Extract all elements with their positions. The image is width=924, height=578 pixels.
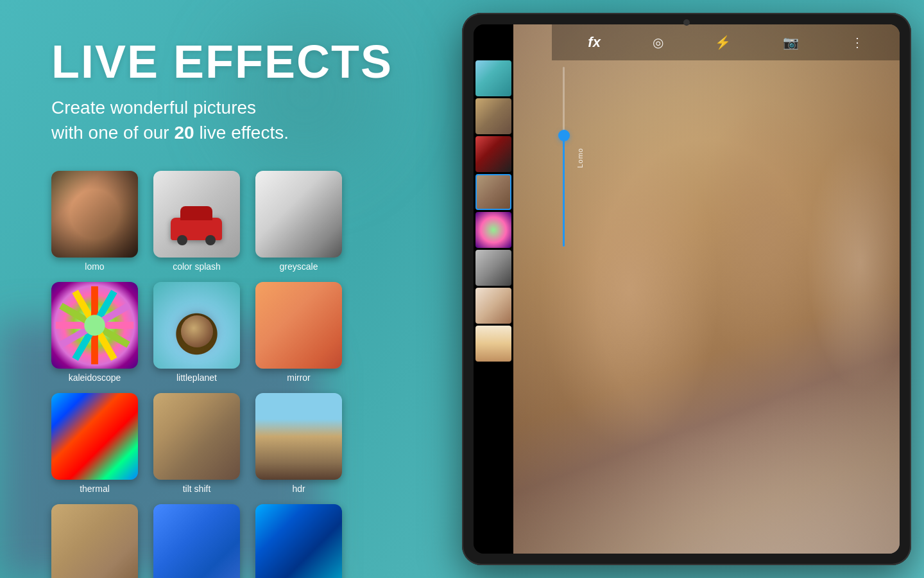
- effect-item-kaleidoscope[interactable]: kaleidoscope: [51, 282, 138, 383]
- effect-label-littleplanet: littleplanet: [176, 372, 217, 383]
- svg-point-12: [84, 315, 105, 336]
- camera-toolbar: fx ◎ ⚡ 📷 ⋮: [552, 24, 900, 60]
- tablet-device: fx ◎ ⚡ 📷 ⋮ Lomo: [462, 13, 911, 565]
- effect-thumbnail-negative: [255, 504, 342, 578]
- sidebar-thumb-0[interactable]: [475, 60, 511, 96]
- effect-label-tilt-shift: tilt shift: [183, 484, 211, 494]
- sidebar-thumb-4[interactable]: [475, 212, 511, 248]
- subtitle-text: Create wonderful pictures with one of ou…: [51, 95, 449, 145]
- effect-thumbnail-mirror: [255, 282, 342, 369]
- effect-item-negative[interactable]: negative: [255, 504, 342, 578]
- tablet-screen: fx ◎ ⚡ 📷 ⋮ Lomo: [474, 24, 900, 554]
- effects-icon[interactable]: ◎: [653, 35, 663, 50]
- effect-thumbnail-hdr: [255, 393, 342, 480]
- sidebar-thumb-2[interactable]: [475, 136, 511, 172]
- sidebar-thumbnails[interactable]: [474, 24, 513, 554]
- camera-preview: fx ◎ ⚡ 📷 ⋮ Lomo: [513, 24, 900, 554]
- slider-effect-label: Lomo: [576, 148, 584, 168]
- effect-thumbnail-tilt-shift: [153, 393, 240, 480]
- sidebar-thumb-5[interactable]: [475, 250, 511, 286]
- effect-item-tilt-shift[interactable]: tilt shift: [153, 393, 240, 494]
- effect-thumbnail-kaleidoscope: [51, 282, 138, 369]
- effect-item-mirror[interactable]: mirror: [255, 282, 342, 383]
- effects-grid: lomocolor splashgreyscalekaleidoscopelit…: [51, 171, 449, 578]
- effect-thumbnail-sepia: [51, 504, 138, 578]
- effect-item-color-splash[interactable]: color splash: [153, 171, 240, 272]
- effect-item-smurf[interactable]: smurf: [153, 504, 240, 578]
- effect-thumbnail-lomo: [51, 171, 138, 258]
- effect-item-littleplanet[interactable]: littleplanet: [153, 282, 240, 383]
- effect-thumbnail-smurf: [153, 504, 240, 578]
- effect-item-hdr[interactable]: hdr: [255, 393, 342, 494]
- sidebar-thumb-6[interactable]: [475, 288, 511, 324]
- effect-item-greyscale[interactable]: greyscale: [255, 171, 342, 272]
- camera-switch-icon[interactable]: 📷: [783, 35, 799, 50]
- effect-item-sepia[interactable]: sepia: [51, 504, 138, 578]
- effect-label-color-splash: color splash: [173, 261, 221, 272]
- tablet-frame: fx ◎ ⚡ 📷 ⋮ Lomo: [462, 13, 911, 565]
- slider-fill: [563, 139, 565, 247]
- effect-label-thermal: thermal: [80, 484, 110, 494]
- effect-item-lomo[interactable]: lomo: [51, 171, 138, 272]
- effect-label-lomo: lomo: [85, 261, 104, 272]
- left-content-area: LIVE EFFECTS Create wonderful pictures w…: [51, 39, 449, 578]
- effect-thumbnail-thermal: [51, 393, 138, 480]
- effect-label-mirror: mirror: [287, 372, 311, 383]
- page-title: LIVE EFFECTS: [51, 39, 449, 85]
- effect-item-thermal[interactable]: thermal: [51, 393, 138, 494]
- fx-button[interactable]: fx: [588, 34, 601, 51]
- more-options-icon[interactable]: ⋮: [851, 35, 864, 50]
- sidebar-thumb-1[interactable]: [475, 98, 511, 134]
- sidebar-thumb-7[interactable]: [475, 326, 511, 362]
- effect-thumbnail-greyscale: [255, 171, 342, 258]
- effect-thumbnail-littleplanet: [153, 282, 240, 369]
- effect-label-kaleidoscope: kaleidoscope: [69, 372, 121, 383]
- camera-sensor: [683, 19, 690, 26]
- effect-label-greyscale: greyscale: [280, 261, 318, 272]
- effect-intensity-slider[interactable]: Lomo: [553, 60, 574, 304]
- flash-icon[interactable]: ⚡: [715, 35, 731, 50]
- effect-thumbnail-color-splash: [153, 171, 240, 258]
- slider-handle[interactable]: [558, 130, 570, 141]
- effect-label-hdr: hdr: [292, 484, 305, 494]
- slider-track: Lomo: [563, 67, 565, 247]
- sidebar-thumb-3[interactable]: [475, 174, 511, 210]
